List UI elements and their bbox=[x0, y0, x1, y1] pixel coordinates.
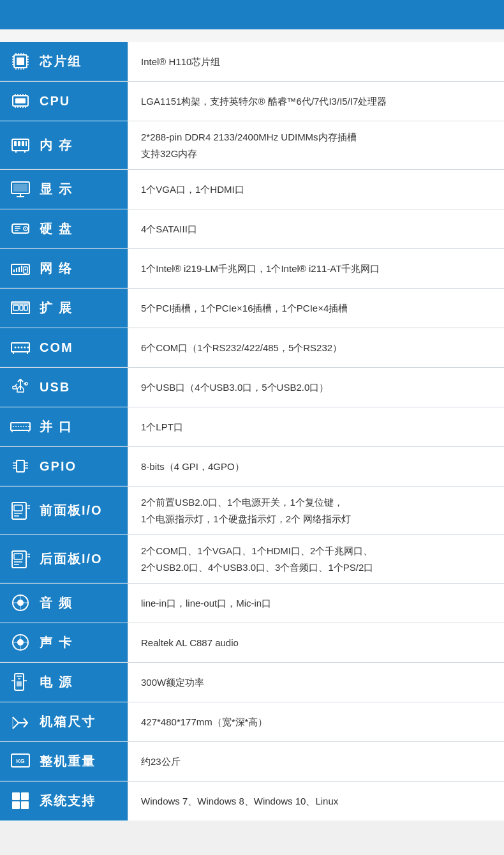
spec-label-text-usb: USB bbox=[40, 380, 70, 395]
svg-point-78 bbox=[28, 426, 29, 427]
spec-label-soundcard: 声 卡 bbox=[0, 623, 128, 662]
spec-row-usb: USB 9个USB口（4个USB3.0口，5个USB2.0口） bbox=[0, 368, 504, 407]
svg-point-53 bbox=[25, 269, 27, 271]
svg-rect-68 bbox=[13, 386, 17, 389]
spec-value-cpu: LGA1151构架，支持英特尔® 酷睿™6代/7代I3/I5/I7处理器 bbox=[128, 82, 504, 121]
svg-rect-19 bbox=[15, 98, 26, 103]
spec-label-display: 显 示 bbox=[0, 170, 128, 209]
power-icon bbox=[8, 669, 33, 695]
spec-value-audio: line-in口，line-out口，Mic-in口 bbox=[128, 584, 504, 623]
svg-rect-116 bbox=[12, 792, 20, 800]
svg-rect-89 bbox=[14, 505, 22, 511]
svg-point-77 bbox=[26, 426, 27, 427]
spec-label-dimensions: 机箱尺寸 bbox=[0, 702, 128, 741]
svg-point-73 bbox=[15, 426, 17, 427]
svg-point-74 bbox=[18, 426, 19, 427]
spec-row-gpio: GPIO 8-bits（4 GPI，4GPO） bbox=[0, 447, 504, 487]
svg-rect-118 bbox=[12, 801, 20, 809]
cpu-icon bbox=[8, 88, 33, 114]
spec-label-hdd: 硬 盘 bbox=[0, 209, 128, 248]
svg-point-76 bbox=[23, 426, 24, 427]
svg-point-63 bbox=[24, 347, 26, 349]
svg-text:KG: KG bbox=[16, 758, 25, 764]
spec-value-expansion: 5个PCI插槽，1个PCIe×16插槽，1个PCIe×4插槽 bbox=[128, 289, 504, 328]
gpio-icon bbox=[8, 453, 33, 479]
spec-label-text-weight: 整机重量 bbox=[40, 753, 96, 770]
spec-label-text-network: 网 络 bbox=[40, 260, 73, 277]
svg-rect-55 bbox=[13, 305, 19, 310]
spec-row-network: 网 络 1个Intel® i219-LM千兆网口，1个Intel® i211-A… bbox=[0, 249, 504, 289]
spec-label-network: 网 络 bbox=[0, 249, 128, 288]
spec-value-com: 6个COM口（1个RS232/422/485，5个RS232） bbox=[128, 328, 504, 367]
header bbox=[0, 0, 504, 29]
svg-rect-111 bbox=[17, 681, 22, 686]
svg-point-72 bbox=[13, 426, 14, 427]
spec-row-parallel: 并 口 1个LPT口 bbox=[0, 407, 504, 447]
svg-rect-38 bbox=[13, 184, 27, 192]
spec-value-os: Windows 7、Windows 8、Windows 10、Linux bbox=[128, 782, 504, 821]
spec-label-chipset: 芯片组 bbox=[0, 42, 128, 81]
svg-rect-56 bbox=[20, 305, 23, 310]
svg-rect-32 bbox=[18, 141, 20, 146]
parallel-icon bbox=[8, 414, 33, 439]
spec-row-chipset: 芯片组 Intel® H110芯片组 bbox=[0, 42, 504, 82]
spec-label-text-front-io: 前面板I/O bbox=[40, 502, 103, 519]
memory-icon bbox=[8, 132, 33, 158]
display-icon bbox=[8, 176, 33, 202]
rear-panel-icon bbox=[8, 546, 33, 571]
network-icon bbox=[8, 255, 33, 281]
spec-label-front-io: 前面板I/O bbox=[0, 487, 128, 534]
spec-label-text-expansion: 扩 展 bbox=[40, 299, 73, 317]
spec-value-hdd: 4个SATAIII口 bbox=[128, 209, 504, 248]
chipset-icon bbox=[8, 49, 33, 74]
svg-rect-31 bbox=[14, 141, 17, 146]
dimensions-icon bbox=[8, 709, 33, 734]
spec-label-cpu: CPU bbox=[0, 82, 128, 121]
front-panel-icon bbox=[8, 497, 33, 523]
spec-row-hdd: 硬 盘 4个SATAIII口 bbox=[0, 209, 504, 249]
spec-label-text-parallel: 并 口 bbox=[40, 418, 73, 435]
spec-label-power: 电 源 bbox=[0, 663, 128, 702]
spec-label-text-dimensions: 机箱尺寸 bbox=[40, 713, 96, 730]
spec-label-weight: KG 整机重量 bbox=[0, 742, 128, 781]
spec-row-memory: 内 存 2*288-pin DDR4 2133/2400MHz UDIMMs内存… bbox=[0, 121, 504, 170]
spec-label-os: 系统支持 bbox=[0, 782, 128, 821]
spec-label-text-cpu: CPU bbox=[40, 94, 70, 109]
spec-label-audio: 音 频 bbox=[0, 584, 128, 623]
soundcard-icon bbox=[8, 630, 33, 655]
spec-row-soundcard: 声 卡 Realtek AL C887 audio bbox=[0, 623, 504, 663]
svg-point-60 bbox=[15, 347, 17, 349]
svg-rect-59 bbox=[11, 343, 29, 352]
spec-row-com: COM 6个COM口（1个RS232/422/485，5个RS232） bbox=[0, 328, 504, 368]
spec-label-text-power: 电 源 bbox=[40, 674, 73, 691]
spec-row-rear-io: 后面板I/O 2个COM口、1个VGA口、1个HDMI口、2个千兆网口、2个US… bbox=[0, 535, 504, 584]
spec-label-memory: 内 存 bbox=[0, 121, 128, 169]
spacer bbox=[0, 29, 504, 42]
svg-point-61 bbox=[18, 347, 20, 349]
com-icon bbox=[8, 335, 33, 360]
spec-value-usb: 9个USB口（4个USB3.0口，5个USB2.0口） bbox=[128, 368, 504, 407]
spec-label-com: COM bbox=[0, 328, 128, 367]
spec-value-rear-io: 2个COM口、1个VGA口、1个HDMI口、2个千兆网口、2个USB2.0口、4… bbox=[128, 535, 504, 583]
spec-row-os: 系统支持 Windows 7、Windows 8、Windows 10、Linu… bbox=[0, 782, 504, 821]
spec-label-gpio: GPIO bbox=[0, 447, 128, 486]
spec-value-soundcard: Realtek AL C887 audio bbox=[128, 623, 504, 662]
spec-label-expansion: 扩 展 bbox=[0, 289, 128, 328]
spec-label-text-memory: 内 存 bbox=[40, 137, 73, 154]
spec-value-front-io: 2个前置USB2.0口、1个电源开关，1个复位键，1个电源指示灯，1个硬盘指示灯… bbox=[128, 487, 504, 534]
svg-rect-57 bbox=[24, 305, 27, 310]
spec-row-audio: 音 频 line-in口，line-out口，Mic-in口 bbox=[0, 584, 504, 623]
svg-rect-1 bbox=[17, 57, 24, 65]
svg-rect-81 bbox=[17, 460, 24, 472]
spec-value-chipset: Intel® H110芯片组 bbox=[128, 42, 504, 81]
spec-label-rear-io: 后面板I/O bbox=[0, 535, 128, 583]
expansion-icon bbox=[8, 295, 33, 321]
spec-row-front-io: 前面板I/O 2个前置USB2.0口、1个电源开关，1个复位键，1个电源指示灯，… bbox=[0, 487, 504, 535]
spec-row-expansion: 扩 展 5个PCI插槽，1个PCIe×16插槽，1个PCIe×4插槽 bbox=[0, 289, 504, 328]
spec-label-text-com: COM bbox=[40, 340, 73, 355]
svg-rect-95 bbox=[14, 554, 22, 559]
spec-row-cpu: CPU LGA1151构架，支持英特尔® 酷睿™6代/7代I3/I5/I7处理器 bbox=[0, 82, 504, 121]
svg-rect-33 bbox=[22, 141, 24, 146]
spec-label-text-display: 显 示 bbox=[40, 181, 73, 198]
spec-label-parallel: 并 口 bbox=[0, 407, 128, 446]
